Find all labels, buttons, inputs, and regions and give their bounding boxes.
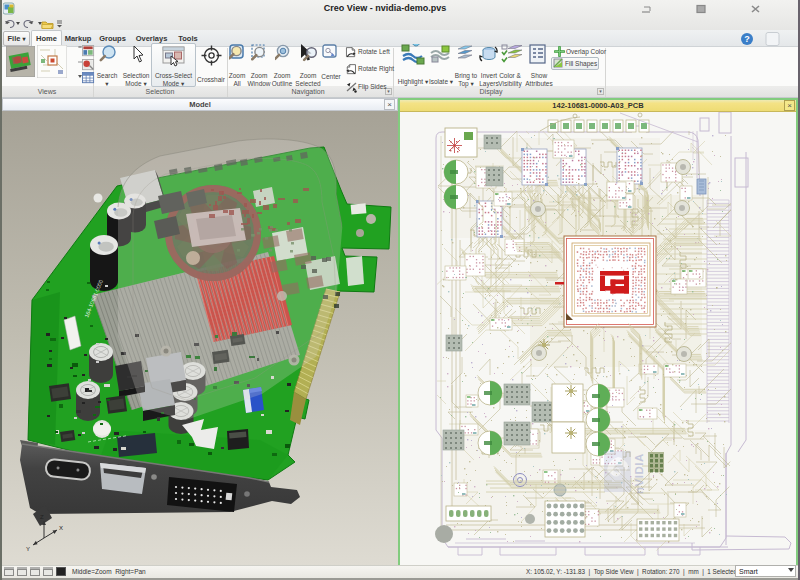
svg-text:Z: Z xyxy=(40,514,44,520)
svg-text:nVIDIA: nVIDIA xyxy=(633,453,645,494)
svg-text:X: X xyxy=(59,525,63,531)
svg-text:Y: Y xyxy=(26,546,30,552)
svg-text:?: ? xyxy=(744,34,750,44)
